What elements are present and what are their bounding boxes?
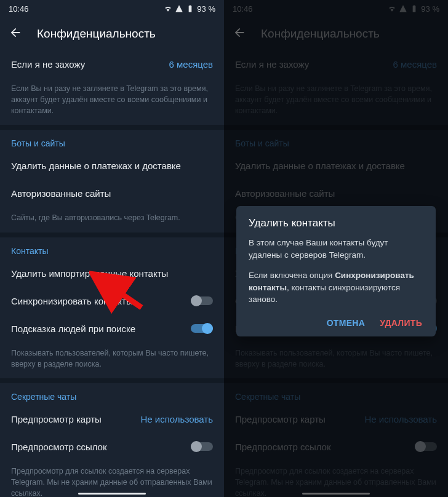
- wifi-icon: [164, 4, 172, 13]
- secret-desc: Предпросмотр для ссылок создается на сер…: [0, 461, 224, 497]
- section-secret: Секретные чаты: [0, 383, 224, 405]
- delete-contacts-dialog: Удалить контакты В этом случае Ваши конт…: [236, 206, 436, 336]
- dialog-actions: ОТМЕНА УДАЛИТЬ: [249, 314, 423, 330]
- row-inactive-period[interactable]: Если я не захожу 6 месяцев: [0, 50, 224, 78]
- delete-button[interactable]: УДАЛИТЬ: [380, 318, 422, 328]
- row-value: 6 месяцев: [169, 59, 213, 70]
- status-time: 10:46: [9, 4, 29, 14]
- row-authorized-sites[interactable]: Авторизованные сайты: [0, 180, 224, 207]
- section-bots: Боты и сайты: [0, 130, 224, 152]
- row-suggest-people[interactable]: Подсказка людей при поиске: [0, 315, 224, 343]
- divider: [0, 125, 224, 130]
- toggle-suggest-people[interactable]: [191, 324, 213, 333]
- row-link-preview[interactable]: Предпросмотр ссылок: [0, 433, 224, 461]
- home-indicator[interactable]: [78, 493, 146, 495]
- screen-left: 10:46 93 % Конфиденциальность Если я не …: [0, 0, 224, 497]
- battery-percent: 93 %: [197, 4, 215, 14]
- dialog-body-1: В этом случае Ваши контакты будут удален…: [249, 237, 423, 261]
- dialog-title: Удалить контакты: [249, 217, 423, 229]
- cancel-button[interactable]: ОТМЕНА: [327, 318, 365, 328]
- row-map-preview[interactable]: Предпросмотр карты Не использовать: [0, 405, 224, 433]
- divider: [0, 233, 224, 237]
- row-delete-imported-contacts[interactable]: Удалить импортированные контакты: [0, 260, 224, 287]
- header: Конфиденциальность: [0, 17, 224, 50]
- status-bar: 10:46 93 %: [0, 0, 224, 17]
- row-label: Если я не захожу: [11, 59, 85, 70]
- page-title: Конфиденциальность: [37, 27, 156, 41]
- inactive-desc: Если Вы ни разу не заглянете в Telegram …: [0, 78, 224, 125]
- toggle-sync-contacts[interactable]: [191, 296, 213, 305]
- row-sync-contacts[interactable]: Синхронизировать контакты: [0, 287, 224, 315]
- row-delete-payment[interactable]: Удалить данные о платежах и доставке: [0, 152, 224, 180]
- divider: [0, 378, 224, 383]
- contacts-desc: Показывать пользователей, которым Вы час…: [0, 343, 224, 378]
- dialog-body-2: Если включена опция Синхронизировать кон…: [249, 269, 423, 306]
- back-button[interactable]: [9, 26, 22, 42]
- battery-icon: [186, 4, 194, 13]
- status-icons: 93 %: [164, 4, 215, 14]
- bots-desc: Сайты, где Вы авторизовались через Teleg…: [0, 207, 224, 232]
- screen-right: 10:46 93 % Конфиденциальность Если я не …: [224, 0, 448, 497]
- toggle-link-preview[interactable]: [191, 442, 213, 451]
- section-contacts: Контакты: [0, 237, 224, 260]
- signal-icon: [175, 4, 183, 13]
